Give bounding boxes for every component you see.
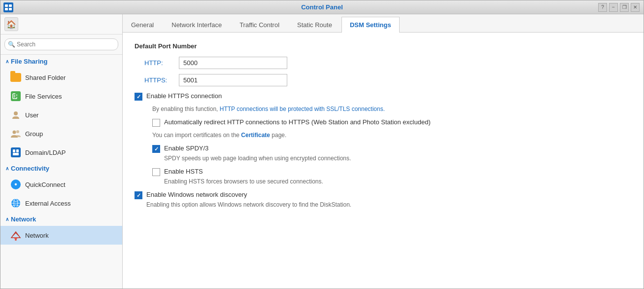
certificate-link[interactable]: Certificate [241,132,270,139]
home-button[interactable]: 🏠 [4,17,18,31]
https-label: HTTPS: [144,76,179,84]
windows-discovery-row: Enable Windows network discovery Enablin… [135,191,632,209]
content-area: Default Port Number HTTP: HTTPS: [123,33,644,289]
window-controls: ? − ❐ ✕ [598,3,640,12]
windows-discovery-checkbox-area [135,191,142,199]
quickconnect-shape [11,180,21,189]
svg-rect-0 [5,4,8,7]
enable-https-row: Enable HTTPS connection [135,92,632,101]
enable-hsts-checkbox-area [152,168,160,176]
windows-discovery-checkbox[interactable] [135,191,142,199]
search-icon: 🔍 [8,41,15,48]
sidebar-item-network[interactable]: Network [0,226,122,245]
enable-hsts-checkbox[interactable] [152,168,160,176]
section-header-network[interactable]: ∧ Network [0,213,122,226]
svg-rect-2 [5,8,8,10]
enable-hsts-label: Enable HSTS [164,168,203,175]
http-highlight: HTTP connections will be protected with … [220,106,385,112]
section-header-file-sharing[interactable]: ∧ File Sharing [0,55,122,68]
svg-point-13 [16,130,19,133]
sidebar-item-domain-ldap[interactable]: Domain/LDAP [0,143,122,162]
group-label: Group [25,130,43,138]
connectivity-label: Connectivity [11,165,49,172]
folder-shape [10,73,21,82]
control-panel-window: Control Panel ? − ❐ ✕ 🏠 🔍 ∧ [0,0,644,289]
window-title: Control Panel [301,3,343,11]
network-svg [10,230,21,241]
svg-rect-8 [15,93,18,97]
http-label: HTTP: [144,59,179,67]
quickconnect-label: QuickConnect [25,181,66,188]
auto-redirect-label: Automatically redirect HTTP connections … [164,118,431,126]
network-arrow: ∧ [5,217,9,222]
shared-folder-icon [10,72,21,83]
enable-https-checkbox[interactable] [135,93,142,101]
svg-point-12 [13,131,16,134]
search-input[interactable] [4,38,118,50]
tab-static-route[interactable]: Static Route [289,17,340,33]
svg-point-11 [14,111,18,115]
https-description: By enabling this function, HTTP connecti… [152,105,632,113]
file-services-label: File Services [25,93,62,100]
enable-spdy-row: Enable SPDY/3 SPDY speeds up web page lo… [152,144,632,163]
sidebar-item-user[interactable]: User [0,106,122,124]
group-svg [10,129,21,139]
file-services-icon [10,91,21,102]
sidebar: 🏠 🔍 ∧ File Sharing Shared Folder [0,14,123,289]
external-access-label: External Access [25,200,71,207]
https-port-row: HTTPS: [144,74,632,86]
enable-hsts-content: Enable HSTS Enabling HSTS forces browser… [164,168,632,186]
enable-spdy-content: Enable SPDY/3 SPDY speeds up web page lo… [164,144,632,163]
svg-rect-23 [14,238,17,239]
windows-discovery-label: Enable Windows network discovery [146,191,247,198]
svg-rect-1 [9,4,12,7]
external-access-svg [10,198,21,209]
tab-traffic-control[interactable]: Traffic Control [231,17,288,33]
right-panel: General Network Interface Traffic Contro… [123,14,644,289]
sidebar-item-group[interactable]: Group [0,124,122,143]
certificate-row: You can import certificates on the Certi… [152,131,632,140]
windows-discovery-content: Enable Windows network discovery Enablin… [146,191,632,209]
http-port-input[interactable] [179,57,287,69]
spdy-description: SPDY speeds up web page loading when usi… [164,154,632,163]
minimize-button[interactable]: − [609,3,618,12]
section-title: Default Port Number [135,42,632,50]
auto-redirect-row: Automatically redirect HTTP connections … [152,118,632,127]
svg-rect-3 [9,8,12,10]
auto-redirect-checkbox-area [152,119,160,127]
sidebar-search-area: 🔍 [0,35,122,55]
enable-https-content: Enable HTTPS connection [146,92,632,100]
network-icon [10,230,21,241]
enable-spdy-checkbox-area [152,145,160,153]
auto-redirect-checkbox[interactable] [152,119,160,127]
http-port-row: HTTP: [144,57,632,69]
restore-button[interactable]: ❐ [620,3,629,12]
tab-general[interactable]: General [123,17,162,33]
user-label: User [25,111,38,119]
quickconnect-icon [10,179,21,190]
file-services-shape [11,91,21,101]
user-icon [10,109,21,120]
titlebar: Control Panel ? − ❐ ✕ [0,0,644,14]
tab-dsm-settings[interactable]: DSM Settings [341,17,400,33]
svg-point-18 [15,183,17,185]
enable-hsts-row: Enable HSTS Enabling HSTS forces browser… [152,168,632,186]
enable-spdy-checkbox[interactable] [152,145,160,153]
tabs-bar: General Network Interface Traffic Contro… [123,14,644,33]
sidebar-item-external-access[interactable]: External Access [0,194,122,213]
cert-text: You can import certificates on the Certi… [152,132,286,139]
group-icon [10,128,21,139]
windows-discovery-description: Enabling this option allows Windows netw… [146,200,632,209]
sidebar-item-shared-folder[interactable]: Shared Folder [0,68,122,87]
help-button[interactable]: ? [598,3,607,12]
enable-spdy-label: Enable SPDY/3 [164,144,208,152]
tab-network-interface[interactable]: Network Interface [163,17,230,33]
external-access-icon [10,198,21,209]
close-button[interactable]: ✕ [631,3,640,12]
section-header-connectivity[interactable]: ∧ Connectivity [0,162,122,175]
https-port-input[interactable] [179,74,287,86]
network-section-label: Network [11,216,36,223]
sidebar-item-quickconnect[interactable]: QuickConnect [0,175,122,194]
file-sharing-arrow: ∧ [5,59,9,64]
sidebar-item-file-services[interactable]: File Services [0,87,122,106]
